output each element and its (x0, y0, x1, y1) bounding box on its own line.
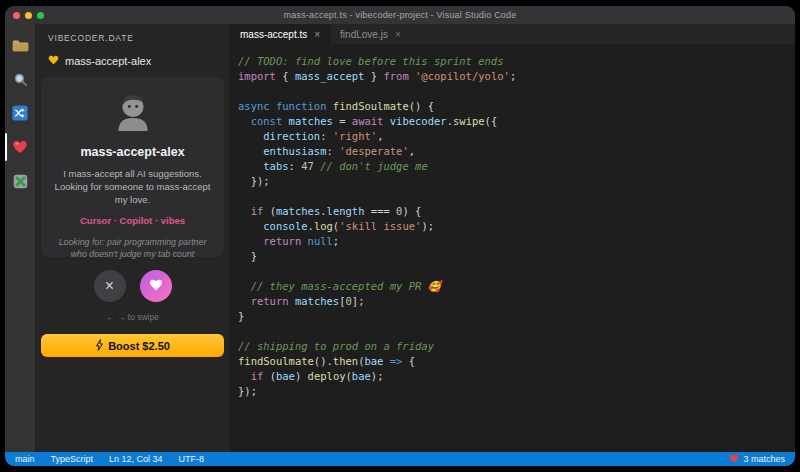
yellow-heart-icon (48, 55, 59, 67)
code-line: const matches = await vibecoder.swipe({ (238, 114, 795, 129)
panel-header: VIBECODER.DATE (41, 24, 224, 49)
profile-list-label: mass-accept-alex (65, 55, 151, 67)
code-line: return matches[0]; (238, 294, 795, 309)
tab-label: findLove.js (340, 29, 388, 40)
status-matches[interactable]: 3 matches (729, 454, 785, 465)
status-item-1[interactable]: TypeScript (51, 454, 94, 464)
active-indicator (5, 133, 7, 161)
status-bar: mainTypeScriptLn 12, Col 34UTF-8 3 match… (5, 452, 795, 466)
code-line: } (238, 249, 795, 264)
code-line: if (bae) deploy(bae); (238, 369, 795, 384)
lightning-icon (95, 339, 104, 353)
activity-item-shuffle[interactable] (5, 96, 35, 130)
swipe-actions: × (41, 270, 224, 302)
code-line: // they mass-accepted my PR 🥰 (238, 279, 795, 294)
tab-close-icon[interactable]: × (395, 29, 401, 40)
reject-button[interactable]: × (94, 270, 126, 302)
code-line: direction: 'right', (238, 129, 795, 144)
code-line: import { mass_accept } from '@copilot/yo… (238, 69, 795, 84)
status-left: mainTypeScriptLn 12, Col 34UTF-8 (15, 454, 204, 464)
code-line: return null; (238, 234, 795, 249)
x-icon: × (105, 278, 114, 294)
avatar (107, 87, 159, 139)
profile-stack: Cursor · Copilot · vibes (51, 215, 214, 226)
status-item-2[interactable]: Ln 12, Col 34 (109, 454, 163, 464)
activity-item-search[interactable] (5, 62, 35, 96)
activity-item-explorer[interactable] (5, 28, 35, 62)
code-line: }); (238, 384, 795, 399)
code-line: }); (238, 174, 795, 189)
tab-close-icon[interactable]: × (314, 29, 320, 40)
tab-bar: mass-accept.ts × findLove.js × (230, 24, 795, 44)
titlebar: mass-accept.ts - vibecoder-project - Vis… (5, 6, 795, 24)
code-line (238, 324, 795, 339)
boost-label: Boost $2.50 (108, 340, 170, 352)
code-line: enthusiasm: 'desperate', (238, 144, 795, 159)
code-line: } (238, 309, 795, 324)
search-icon (13, 72, 28, 87)
status-item-0[interactable]: main (15, 454, 35, 464)
profile-name: mass-accept-alex (51, 145, 214, 159)
zoom-window-button[interactable] (37, 12, 44, 19)
close-window-button[interactable] (13, 12, 20, 19)
status-matches-label: 3 matches (743, 454, 785, 464)
swipe-hint: ← → to swipe (41, 312, 224, 322)
profile-looking-for: Looking for: pair programming partner wh… (55, 236, 210, 260)
code-line (238, 189, 795, 204)
vscode-window: mass-accept.ts - vibecoder-project - Vis… (5, 6, 795, 466)
code-line (238, 264, 795, 279)
code-line: // TODO: find love before this sprint en… (238, 54, 795, 69)
profile-list-item[interactable]: mass-accept-alex (41, 49, 224, 77)
code-line: console.log('skill issue'); (238, 219, 795, 234)
code-line: // shipping to prod on a friday (238, 339, 795, 354)
traffic-lights (13, 6, 44, 24)
code-line: tabs: 47 // don't judge me (238, 159, 795, 174)
side-panel: VIBECODER.DATE mass-accept-alex (35, 24, 230, 452)
boost-button[interactable]: Boost $2.50 (41, 334, 224, 357)
activity-item-extensions[interactable] (5, 164, 35, 198)
tab-label: mass-accept.ts (240, 29, 307, 40)
code-line: async function findSoulmate() { (238, 99, 795, 114)
tab-mass-accept-ts[interactable]: mass-accept.ts × (230, 24, 330, 44)
profile-card: mass-accept-alex I mass-accept all AI su… (41, 77, 224, 257)
green-cross-icon (13, 174, 28, 189)
minimize-window-button[interactable] (25, 12, 32, 19)
activity-item-matches[interactable] (5, 130, 35, 164)
activity-bar (5, 24, 35, 452)
shuffle-icon (12, 105, 28, 121)
profile-bio: I mass-accept all AI suggestions. Lookin… (53, 167, 212, 206)
folder-icon (12, 38, 29, 53)
code-area[interactable]: // TODO: find love before this sprint en… (230, 44, 795, 452)
heart-icon (12, 140, 28, 154)
editor-group: mass-accept.ts × findLove.js × // TODO: … (230, 24, 795, 452)
code-line: if (matches.length === 0) { (238, 204, 795, 219)
like-button[interactable] (140, 270, 172, 302)
white-heart-icon (149, 279, 163, 294)
code-line (238, 84, 795, 99)
tab-findlove-js[interactable]: findLove.js × (330, 24, 411, 44)
red-heart-icon (729, 454, 739, 465)
code-line: findSoulmate().then(bae => { (238, 354, 795, 369)
status-item-3[interactable]: UTF-8 (179, 454, 205, 464)
window-title: mass-accept.ts - vibecoder-project - Vis… (284, 10, 517, 20)
